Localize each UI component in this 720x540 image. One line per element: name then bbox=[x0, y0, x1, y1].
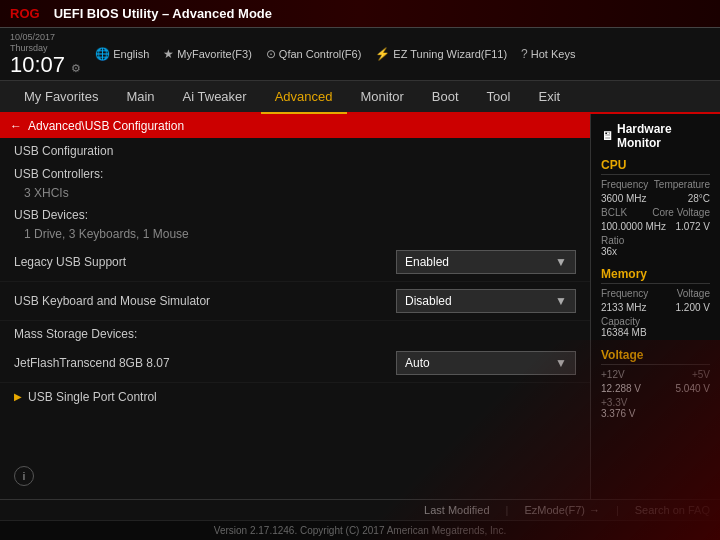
12v-label: +12V bbox=[601, 369, 625, 380]
bclk-value: 100.0000 MHz bbox=[601, 221, 666, 232]
cpu-temp-value: 28°C bbox=[688, 193, 710, 204]
volt-12v-5v-values: 12.288 V 5.040 V bbox=[601, 383, 710, 394]
mem-capacity-row: Capacity 16384 MB bbox=[601, 316, 710, 338]
mem-freq-value: 2133 MHz bbox=[601, 302, 647, 313]
nav-item-tool[interactable]: Tool bbox=[473, 81, 525, 112]
tune-icon: ⚡ bbox=[375, 47, 390, 61]
dropdown-arrow-icon: ▼ bbox=[555, 294, 567, 308]
mem-volt-value: 1.200 V bbox=[676, 302, 710, 313]
datetime: 10/05/2017 Thursday 10:07 ⚙ bbox=[10, 32, 81, 76]
usb-controllers-title: USB Controllers: bbox=[0, 161, 590, 184]
date-display: 10/05/2017 Thursday bbox=[10, 32, 81, 54]
ez-tuning-button[interactable]: ⚡ EZ Tuning Wizard(F11) bbox=[375, 47, 507, 61]
dropdown-arrow-icon: ▼ bbox=[555, 255, 567, 269]
usb-config-title: USB Configuration bbox=[0, 138, 590, 161]
nav-bar: My Favorites Main Ai Tweaker Advanced Mo… bbox=[0, 81, 720, 114]
mem-freq-label: Frequency bbox=[601, 288, 648, 299]
usb-single-port-row[interactable]: ▶ USB Single Port Control bbox=[0, 383, 590, 411]
cpu-section: CPU Frequency Temperature 3600 MHz 28°C … bbox=[601, 158, 710, 257]
cpu-freq-value: 3600 MHz bbox=[601, 193, 647, 204]
usb-keyboard-row: USB Keyboard and Mouse Simulator Disable… bbox=[0, 282, 590, 321]
cpu-freq-temp-values: 3600 MHz 28°C bbox=[601, 193, 710, 204]
separator-2: | bbox=[616, 504, 619, 516]
mem-freq-volt-labels: Frequency Voltage bbox=[601, 288, 710, 299]
separator-1: | bbox=[506, 504, 509, 516]
footer-text: Version 2.17.1246. Copyright (C) 2017 Am… bbox=[214, 525, 506, 536]
cpu-bclk-voltage-values: 100.0000 MHz 1.072 V bbox=[601, 221, 710, 232]
mem-volt-label: Voltage bbox=[677, 288, 710, 299]
memory-section-title: Memory bbox=[601, 267, 710, 284]
nav-item-exit[interactable]: Exit bbox=[524, 81, 574, 112]
info-button[interactable]: i bbox=[14, 466, 34, 486]
my-favorites-button[interactable]: ★ MyFavorite(F3) bbox=[163, 47, 252, 61]
footer: Version 2.17.1246. Copyright (C) 2017 Am… bbox=[0, 520, 720, 540]
jetflash-value: Auto bbox=[405, 356, 430, 370]
legacy-usb-dropdown[interactable]: Enabled ▼ bbox=[396, 250, 576, 274]
star-icon: ★ bbox=[163, 47, 174, 61]
cpu-temp-label: Temperature bbox=[654, 179, 710, 190]
jetflash-dropdown[interactable]: Auto ▼ bbox=[396, 351, 576, 375]
hot-keys-button[interactable]: ? Hot Keys bbox=[521, 47, 575, 61]
language-selector[interactable]: 🌐 English bbox=[95, 47, 149, 61]
cpu-ratio-row: Ratio 36x bbox=[601, 235, 710, 257]
nav-item-main[interactable]: Main bbox=[112, 81, 168, 112]
settings-icon[interactable]: ⚙ bbox=[71, 62, 81, 74]
usb-devices-title: USB Devices: bbox=[0, 202, 590, 225]
ez-mode-button[interactable]: EzMode(F7) → bbox=[524, 504, 600, 516]
mass-storage-title: Mass Storage Devices: bbox=[0, 321, 590, 344]
legacy-usb-value: Enabled bbox=[405, 255, 449, 269]
usb-single-port-label: USB Single Port Control bbox=[28, 390, 157, 404]
5v-label: +5V bbox=[692, 369, 710, 380]
nav-item-ai-tweaker[interactable]: Ai Tweaker bbox=[169, 81, 261, 112]
mem-freq-volt-values: 2133 MHz 1.200 V bbox=[601, 302, 710, 313]
ez-mode-icon: → bbox=[589, 504, 600, 516]
jetflash-label: JetFlashTranscend 8GB 8.07 bbox=[14, 356, 396, 370]
time-display: 10:07 ⚙ bbox=[10, 54, 81, 76]
usb-controllers-value: 3 XHCIs bbox=[0, 184, 590, 202]
breadcrumb: ← Advanced\USB Configuration bbox=[0, 114, 590, 138]
rog-logo: ROG bbox=[10, 6, 40, 21]
key-icon: ? bbox=[521, 47, 528, 61]
dropdown-arrow-icon: ▼ bbox=[555, 356, 567, 370]
core-voltage-label: Core Voltage bbox=[652, 207, 710, 218]
nav-item-boot[interactable]: Boot bbox=[418, 81, 473, 112]
right-panel: 🖥 Hardware Monitor CPU Frequency Tempera… bbox=[590, 114, 720, 499]
nav-item-monitor[interactable]: Monitor bbox=[347, 81, 418, 112]
monitor-icon: 🖥 bbox=[601, 129, 613, 143]
globe-icon: 🌐 bbox=[95, 47, 110, 61]
nav-item-advanced[interactable]: Advanced bbox=[261, 81, 347, 114]
bclk-label: BCLK bbox=[601, 207, 627, 218]
nav-item-favorites[interactable]: My Favorites bbox=[10, 81, 112, 112]
33v-value: 3.376 V bbox=[601, 408, 710, 419]
bottom-bar: Last Modified | EzMode(F7) → | Search on… bbox=[0, 499, 720, 520]
capacity-label: Capacity bbox=[601, 316, 710, 327]
legacy-usb-label: Legacy USB Support bbox=[14, 255, 396, 269]
cpu-freq-temp-labels: Frequency Temperature bbox=[601, 179, 710, 190]
voltage-section: Voltage +12V +5V 12.288 V 5.040 V +3.3V … bbox=[601, 348, 710, 419]
hw-monitor-title: 🖥 Hardware Monitor bbox=[601, 122, 710, 150]
fan-icon: ⊙ bbox=[266, 47, 276, 61]
volt-33v-row: +3.3V 3.376 V bbox=[601, 397, 710, 419]
legacy-usb-row: Legacy USB Support Enabled ▼ bbox=[0, 243, 590, 282]
memory-section: Memory Frequency Voltage 2133 MHz 1.200 … bbox=[601, 267, 710, 338]
search-faq-button[interactable]: Search on FAQ bbox=[635, 504, 710, 516]
33v-label: +3.3V bbox=[601, 397, 710, 408]
jetflash-row: JetFlashTranscend 8GB 8.07 Auto ▼ bbox=[0, 344, 590, 383]
main-content: ← Advanced\USB Configuration USB Configu… bbox=[0, 114, 720, 499]
cpu-bclk-voltage-labels: BCLK Core Voltage bbox=[601, 207, 710, 218]
qfan-button[interactable]: ⊙ Qfan Control(F6) bbox=[266, 47, 362, 61]
back-arrow-icon[interactable]: ← bbox=[10, 119, 22, 133]
12v-value: 12.288 V bbox=[601, 383, 641, 394]
ratio-value: 36x bbox=[601, 246, 710, 257]
info-bar: 10/05/2017 Thursday 10:07 ⚙ 🌐 English ★ … bbox=[0, 28, 720, 81]
expand-arrow-icon: ▶ bbox=[14, 391, 22, 402]
5v-value: 5.040 V bbox=[676, 383, 710, 394]
usb-keyboard-value: Disabled bbox=[405, 294, 452, 308]
usb-devices-value: 1 Drive, 3 Keyboards, 1 Mouse bbox=[0, 225, 590, 243]
breadcrumb-path: Advanced\USB Configuration bbox=[28, 119, 184, 133]
volt-12v-5v-labels: +12V +5V bbox=[601, 369, 710, 380]
cpu-freq-label: Frequency bbox=[601, 179, 648, 190]
usb-keyboard-dropdown[interactable]: Disabled ▼ bbox=[396, 289, 576, 313]
core-voltage-value: 1.072 V bbox=[676, 221, 710, 232]
usb-keyboard-label: USB Keyboard and Mouse Simulator bbox=[14, 294, 396, 308]
